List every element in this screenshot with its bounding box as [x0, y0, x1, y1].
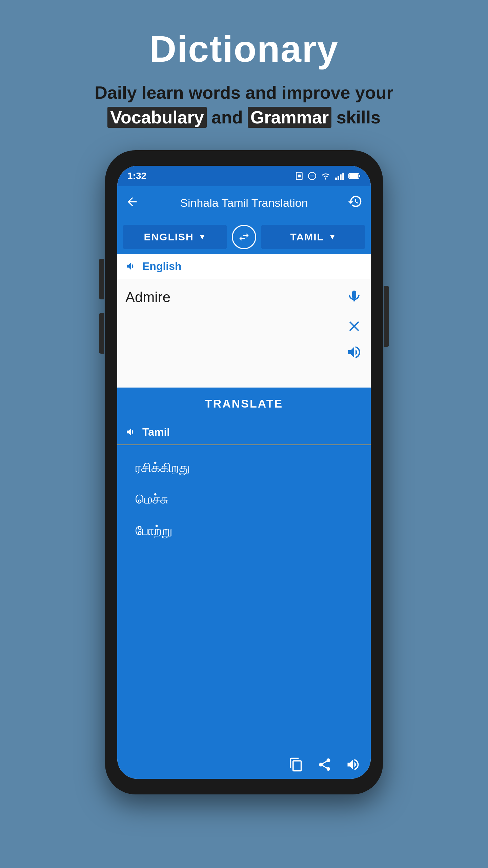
text-to-speech-icon[interactable] — [346, 344, 362, 360]
phone-wrapper: 1:32 — [105, 150, 383, 794]
page-subtitle: Daily learn words and improve your Vocab… — [0, 80, 488, 130]
page-title: Dictionary — [0, 27, 488, 70]
share-icon[interactable] — [317, 757, 332, 772]
status-bar: 1:32 — [117, 166, 371, 186]
subtitle-vocabulary: Vocabulary — [107, 107, 206, 128]
signal-icon — [335, 172, 344, 180]
svg-rect-7 — [342, 173, 344, 180]
dnd-icon — [308, 172, 317, 180]
translation-result-3: போற்று — [125, 515, 363, 547]
phone-shell: 1:32 — [105, 150, 383, 794]
swap-icon — [238, 231, 250, 243]
clear-icon[interactable] — [346, 318, 363, 335]
input-language-label: English — [142, 260, 182, 273]
output-section: Tamil ரசிக்கிறது மெச்சு போற்று — [117, 420, 371, 779]
output-footer — [117, 750, 371, 779]
subtitle-and: and — [207, 107, 248, 127]
output-speaker-icon[interactable] — [125, 426, 137, 438]
input-body: Admire — [117, 279, 371, 388]
source-language-button[interactable]: ENGLISH ▼ — [123, 225, 227, 249]
history-button[interactable] — [342, 194, 363, 212]
app-bar: Sinhala Tamil Translation — [117, 186, 371, 220]
output-language-header: Tamil — [117, 420, 371, 445]
battery-icon — [348, 172, 361, 180]
app-bar-title: Sinhala Tamil Translation — [146, 196, 342, 210]
source-language-arrow-icon: ▼ — [199, 233, 206, 241]
input-actions — [346, 286, 363, 381]
svg-rect-4 — [335, 177, 337, 180]
source-language-label: ENGLISH — [144, 231, 194, 243]
subtitle-skills: skills — [331, 107, 381, 127]
input-language-header: English — [117, 254, 371, 279]
subtitle-line1: Daily learn words and improve your — [95, 83, 393, 102]
phone-screen: 1:32 — [117, 166, 371, 779]
svg-rect-1 — [298, 174, 301, 177]
svg-rect-10 — [359, 175, 360, 177]
copy-icon[interactable] — [289, 757, 304, 772]
translate-button[interactable]: TRANSLATE — [117, 388, 371, 420]
input-text[interactable]: Admire — [125, 286, 346, 381]
back-button[interactable] — [125, 194, 146, 212]
status-time: 1:32 — [127, 171, 146, 181]
output-results: ரசிக்கிறது மெச்சு போற்று — [117, 445, 371, 750]
svg-rect-6 — [340, 174, 342, 180]
microphone-icon[interactable] — [346, 289, 362, 308]
target-language-arrow-icon: ▼ — [329, 233, 336, 241]
wifi-icon — [321, 172, 331, 180]
output-tts-icon[interactable] — [346, 757, 361, 772]
subtitle-grammar: Grammar — [248, 107, 331, 128]
input-section: English Admire — [117, 254, 371, 388]
target-language-button[interactable]: TAMIL ▼ — [261, 225, 365, 249]
svg-rect-5 — [338, 176, 339, 180]
translation-result-1: ரசிக்கிறது — [125, 452, 363, 484]
target-language-label: TAMIL — [290, 231, 324, 243]
translation-result-2: மெச்சு — [125, 484, 363, 515]
output-language-label: Tamil — [142, 426, 170, 438]
input-speaker-icon[interactable] — [125, 260, 137, 272]
language-selector-bar: ENGLISH ▼ TAMIL ▼ — [117, 220, 371, 254]
sim-icon — [295, 172, 304, 180]
status-icons — [295, 172, 361, 180]
svg-rect-9 — [349, 174, 358, 178]
swap-languages-button[interactable] — [232, 225, 256, 249]
page-header: Dictionary Daily learn words and improve… — [0, 27, 488, 130]
